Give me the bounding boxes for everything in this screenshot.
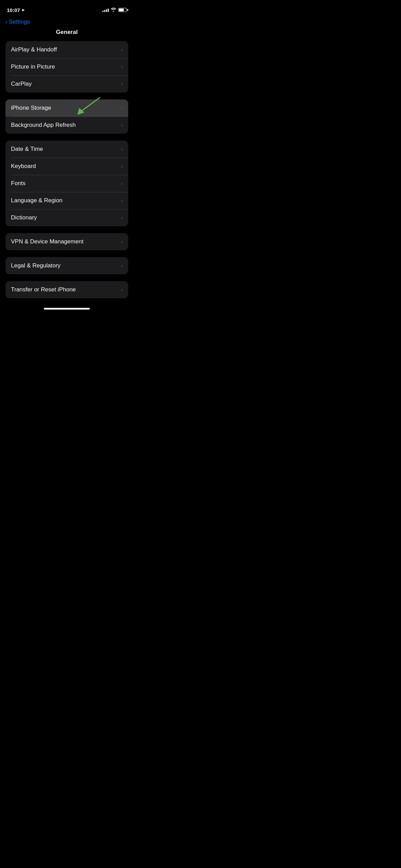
dictionary-label: Dictionary — [11, 214, 37, 221]
legal-label: Legal & Regulatory — [11, 262, 61, 269]
arrow-annotation — [74, 96, 101, 118]
signal-bar-2 — [104, 10, 105, 12]
keyboard-row[interactable]: Keyboard › — [5, 158, 128, 175]
keyboard-label: Keyboard — [11, 163, 36, 170]
carplay-chevron: › — [121, 81, 123, 87]
status-right — [102, 8, 127, 13]
settings-group-2: iPhone Storage › Background App Refresh … — [5, 99, 128, 134]
iphone-storage-label: iPhone Storage — [11, 105, 51, 111]
vpn-right: › — [121, 239, 123, 244]
language-region-right: › — [121, 198, 123, 203]
airplay-handoff-row[interactable]: AirPlay & Handoff › — [5, 41, 128, 58]
date-time-chevron: › — [121, 146, 123, 152]
pip-chevron: › — [121, 64, 123, 70]
page-header: General — [0, 28, 134, 41]
picture-in-picture-row[interactable]: Picture in Picture › — [5, 58, 128, 75]
fonts-right: › — [121, 181, 123, 186]
pip-right: › — [121, 64, 123, 70]
vpn-row[interactable]: VPN & Device Management › — [5, 233, 128, 250]
carplay-right: › — [121, 81, 123, 87]
settings-group-6: Transfer or Reset iPhone › — [5, 281, 128, 298]
iphone-storage-right: › — [121, 105, 123, 111]
legal-chevron: › — [121, 263, 123, 268]
settings-group-5: Legal & Regulatory › — [5, 257, 128, 274]
date-time-right: › — [121, 146, 123, 152]
airplay-handoff-right: › — [121, 47, 123, 52]
home-bar — [44, 308, 90, 310]
back-navigation[interactable]: ‹ Settings — [0, 17, 134, 28]
back-chevron-icon: ‹ — [5, 19, 8, 25]
fonts-label: Fonts — [11, 180, 26, 187]
dictionary-row[interactable]: Dictionary › — [5, 209, 128, 226]
picture-in-picture-label: Picture in Picture — [11, 63, 55, 70]
carplay-row[interactable]: CarPlay › — [5, 75, 128, 93]
dictionary-right: › — [121, 215, 123, 220]
airplay-handoff-label: AirPlay & Handoff — [11, 46, 57, 53]
iphone-storage-chevron: › — [121, 105, 123, 111]
location-icon: ► — [21, 8, 25, 12]
dictionary-chevron: › — [121, 215, 123, 220]
status-time: 10:07 ► — [7, 7, 25, 13]
transfer-reset-row[interactable]: Transfer or Reset iPhone › — [5, 281, 128, 298]
settings-content: AirPlay & Handoff › Picture in Picture ›… — [0, 41, 134, 298]
date-time-label: Date & Time — [11, 146, 43, 153]
fonts-chevron: › — [121, 181, 123, 186]
transfer-reset-right: › — [121, 287, 123, 292]
page-title: General — [56, 29, 77, 36]
legal-right: › — [121, 263, 123, 268]
language-region-chevron: › — [121, 198, 123, 203]
battery-icon — [118, 8, 127, 12]
background-refresh-row[interactable]: Background App Refresh › — [5, 117, 128, 134]
legal-row[interactable]: Legal & Regulatory › — [5, 257, 128, 274]
background-refresh-label: Background App Refresh — [11, 122, 76, 129]
vpn-label: VPN & Device Management — [11, 238, 84, 245]
keyboard-right: › — [121, 164, 123, 169]
svg-marker-1 — [77, 108, 84, 115]
keyboard-chevron: › — [121, 164, 123, 169]
settings-group-3: Date & Time › Keyboard › Fonts › Languag… — [5, 141, 128, 226]
wifi-icon — [111, 8, 116, 13]
status-left: 10:07 ► — [7, 7, 25, 13]
signal-bar-3 — [106, 9, 107, 12]
transfer-reset-label: Transfer or Reset iPhone — [11, 286, 76, 293]
fonts-row[interactable]: Fonts › — [5, 175, 128, 192]
settings-group-4: VPN & Device Management › — [5, 233, 128, 250]
time-display: 10:07 — [7, 7, 20, 13]
signal-bars — [102, 8, 109, 12]
background-refresh-chevron: › — [121, 122, 123, 128]
settings-group-1: AirPlay & Handoff › Picture in Picture ›… — [5, 41, 128, 93]
language-region-row[interactable]: Language & Region › — [5, 192, 128, 209]
airplay-handoff-chevron: › — [121, 47, 123, 52]
green-arrow-svg — [74, 96, 101, 117]
background-refresh-right: › — [121, 122, 123, 128]
date-time-row[interactable]: Date & Time › — [5, 141, 128, 158]
home-indicator — [0, 305, 134, 312]
battery-fill — [119, 9, 124, 11]
back-button[interactable]: Settings — [9, 19, 30, 25]
svg-line-0 — [81, 98, 100, 111]
iphone-storage-row[interactable]: iPhone Storage › — [5, 99, 128, 117]
group-2-wrapper: iPhone Storage › Background App Refresh … — [5, 99, 128, 134]
status-bar: 10:07 ► — [0, 0, 134, 17]
signal-bar-1 — [102, 11, 104, 12]
vpn-chevron: › — [121, 239, 123, 244]
signal-bar-4 — [108, 9, 109, 12]
language-region-label: Language & Region — [11, 197, 62, 204]
carplay-label: CarPlay — [11, 81, 32, 87]
transfer-reset-chevron: › — [121, 287, 123, 292]
